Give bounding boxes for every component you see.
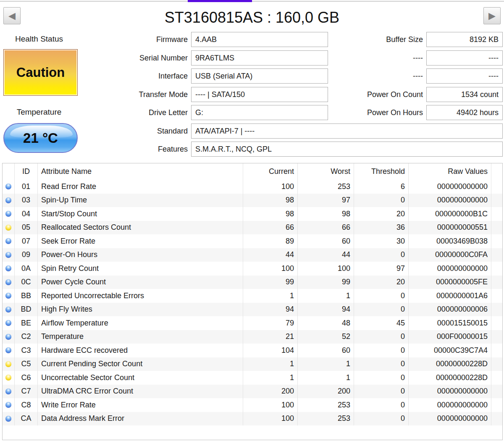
status-dot xyxy=(3,180,15,194)
drive-letter-label: Drive Letter xyxy=(0,105,188,120)
unused-field-1-label: ---- xyxy=(319,50,423,66)
row-filler xyxy=(491,207,502,221)
attribute-name: Write Error Rate xyxy=(38,398,243,412)
smart-row-BB[interactable]: BBReported Uncorrectable Errors110000000… xyxy=(3,289,502,303)
header-attribute-name: Attribute Name xyxy=(38,163,243,180)
status-good-icon xyxy=(5,197,11,203)
attribute-threshold: 0 xyxy=(354,357,409,371)
attribute-raw: 000F00000015 xyxy=(409,330,491,344)
attribute-name: Spin-Up Time xyxy=(38,194,243,207)
smart-row-01[interactable]: 01Read Error Rate1002536000000000000 xyxy=(3,180,502,194)
attribute-threshold: 0 xyxy=(354,371,409,385)
attribute-raw: 00000C39C7A4 xyxy=(409,344,491,357)
attribute-worst: 100 xyxy=(298,262,354,276)
attribute-threshold: 0 xyxy=(354,344,409,357)
transfer-mode-value: ---- | SATA/150 xyxy=(191,87,328,102)
smart-row-C5[interactable]: C5Current Pending Sector Count1100000000… xyxy=(3,357,502,371)
power-on-count-value: 1534 count xyxy=(426,87,503,102)
row-filler xyxy=(491,371,502,385)
attribute-worst: 44 xyxy=(298,248,354,262)
status-dot xyxy=(3,385,15,399)
smart-row-05[interactable]: 05Reallocated Sectors Count6666360000000… xyxy=(3,221,502,235)
info-row-drive-letter: Drive Letter G: Power On Hours 49402 hou… xyxy=(0,105,504,120)
row-filler xyxy=(491,344,502,357)
smart-row-09[interactable]: 09Power-On Hours4444000000000C0FA xyxy=(3,248,502,262)
status-dot xyxy=(3,276,15,289)
smart-row-BD[interactable]: BDHigh Fly Writes94940000000000006 xyxy=(3,303,502,317)
unused-field-2-label: ---- xyxy=(319,68,423,84)
attribute-threshold: 30 xyxy=(354,234,409,248)
attribute-name: Airflow Temperature xyxy=(38,316,243,330)
attribute-threshold: 0 xyxy=(354,398,409,412)
attribute-current: 100 xyxy=(243,412,298,426)
status-good-icon xyxy=(5,402,11,408)
standard-label: Standard xyxy=(0,123,188,139)
header-threshold: Threshold xyxy=(354,163,409,180)
info-row-transfer-mode: Transfer Mode ---- | SATA/150 Power On C… xyxy=(0,87,504,102)
attribute-threshold: 0 xyxy=(354,385,409,399)
attribute-worst: 1 xyxy=(298,289,354,303)
attribute-threshold: 0 xyxy=(354,289,409,303)
smart-row-C6[interactable]: C6Uncorrectable Sector Count110000000002… xyxy=(3,371,502,385)
attribute-id: 01 xyxy=(15,180,38,194)
attribute-id: BD xyxy=(15,303,38,317)
standard-value: ATA/ATAPI-7 | ---- xyxy=(191,123,503,139)
attribute-raw: 0000000005FE xyxy=(409,276,491,289)
smart-row-C2[interactable]: C2Temperature21520000F00000015 xyxy=(3,330,502,344)
status-good-icon xyxy=(5,293,11,299)
smart-row-BE[interactable]: BEAirflow Temperature794845000015150015 xyxy=(3,316,502,330)
attribute-id: C6 xyxy=(15,371,38,385)
attribute-id: 0C xyxy=(15,276,38,289)
header-id: ID xyxy=(15,163,38,180)
attribute-threshold: 20 xyxy=(354,276,409,289)
attribute-raw: 000000000000 xyxy=(409,180,491,194)
smart-row-0A[interactable]: 0ASpin Retry Count10010097000000000000 xyxy=(3,262,502,276)
status-good-icon xyxy=(5,279,11,285)
attribute-id: 05 xyxy=(15,221,38,235)
attribute-current: 104 xyxy=(243,344,298,357)
attribute-current: 100 xyxy=(243,180,298,194)
attribute-id: C5 xyxy=(15,357,38,371)
header-current: Current xyxy=(243,163,298,180)
row-filler xyxy=(491,330,502,344)
attribute-current: 66 xyxy=(243,221,298,235)
firmware-value: 4.AAB xyxy=(191,32,328,47)
smart-row-0C[interactable]: 0CPower Cycle Count9999200000000005FE xyxy=(3,276,502,289)
smart-row-03[interactable]: 03Spin-Up Time98970000000000000 xyxy=(3,194,502,207)
attribute-current: 89 xyxy=(243,234,298,248)
smart-row-04[interactable]: 04Start/Stop Count989820000000000B1C xyxy=(3,207,502,221)
attribute-current: 44 xyxy=(243,248,298,262)
smart-row-C3[interactable]: C3Hardware ECC recovered10460000000C39C7… xyxy=(3,344,502,357)
power-on-hours-label: Power On Hours xyxy=(319,105,423,120)
interface-value: USB (Serial ATA) xyxy=(191,68,328,84)
smart-row-C8[interactable]: C8Write Error Rate1002530000000000000 xyxy=(3,398,502,412)
attribute-current: 1 xyxy=(243,357,298,371)
smart-row-CA[interactable]: CAData Address Mark Error100253000000000… xyxy=(3,412,502,426)
attribute-threshold: 0 xyxy=(354,330,409,344)
status-dot xyxy=(3,412,15,426)
attribute-worst: 48 xyxy=(298,316,354,330)
attribute-current: 98 xyxy=(243,194,298,207)
smart-row-C7[interactable]: C7UltraDMA CRC Error Count20020000000000… xyxy=(3,385,502,399)
info-row-features: Features S.M.A.R.T., NCQ, GPL xyxy=(0,142,504,157)
attribute-current: 94 xyxy=(243,303,298,317)
attribute-name: Spin Retry Count xyxy=(38,262,243,276)
attribute-current: 1 xyxy=(243,371,298,385)
attribute-name: High Fly Writes xyxy=(38,303,243,317)
status-good-icon xyxy=(5,238,11,244)
attribute-name: Hardware ECC recovered xyxy=(38,344,243,357)
smart-row-07[interactable]: 07Seek Error Rate89603000003469B038 xyxy=(3,234,502,248)
attribute-name: Power Cycle Count xyxy=(38,276,243,289)
crystaldiskinfo-window: ◀ ▶ ST3160815AS : 160,0 GB Health Status… xyxy=(0,0,504,441)
row-filler xyxy=(491,385,502,399)
smart-table-header: ID Attribute Name Current Worst Threshol… xyxy=(3,163,502,180)
attribute-id: 03 xyxy=(15,194,38,207)
attribute-name: Seek Error Rate xyxy=(38,234,243,248)
attribute-threshold: 20 xyxy=(354,207,409,221)
interface-label: Interface xyxy=(0,68,188,84)
attribute-name: Temperature xyxy=(38,330,243,344)
attribute-worst: 99 xyxy=(298,276,354,289)
attribute-id: BE xyxy=(15,316,38,330)
drive-letter-value: G: xyxy=(191,105,328,120)
row-filler xyxy=(491,248,502,262)
